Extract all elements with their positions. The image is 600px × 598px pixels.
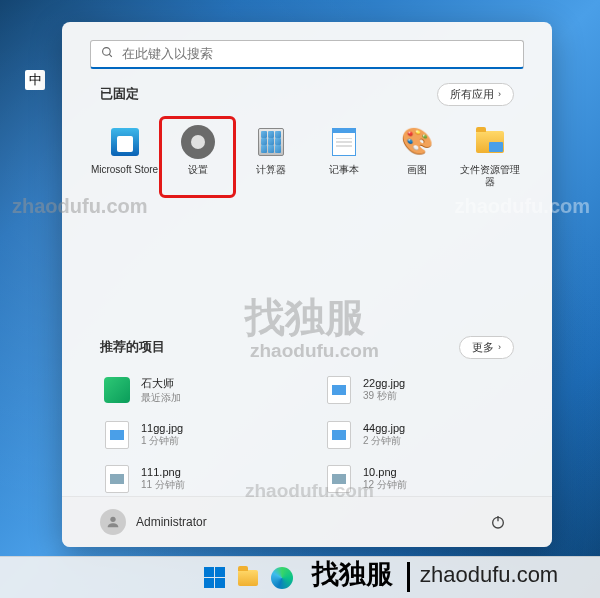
rec-sub: 最近添加 [141, 391, 181, 405]
rec-name: 22gg.jpg [363, 377, 405, 389]
rec-name: 11gg.jpg [141, 422, 183, 434]
edge-icon [271, 567, 293, 589]
chevron-right-icon: › [498, 342, 501, 352]
image-file-icon [103, 421, 131, 449]
power-button[interactable] [482, 506, 514, 538]
app-icon [103, 376, 131, 404]
svg-line-1 [109, 54, 112, 57]
pinned-item-store[interactable]: Microsoft Store [88, 118, 161, 196]
rec-name: 111.png [141, 466, 185, 478]
rec-sub: 11 分钟前 [141, 478, 185, 492]
pinned-label: 设置 [188, 164, 208, 176]
recommended-item[interactable]: 22gg.jpg 39 秒前 [322, 373, 514, 408]
power-icon [490, 514, 506, 530]
watermark: zhaodufu.com [12, 195, 148, 218]
rec-sub: 39 秒前 [363, 389, 405, 403]
svg-point-0 [103, 47, 111, 55]
rec-name: 10.png [363, 466, 407, 478]
windows-logo-icon [204, 567, 225, 588]
calculator-icon [255, 126, 287, 158]
taskbar-start-button[interactable] [200, 564, 228, 592]
recommended-grid: 石大师 最近添加 22gg.jpg 39 秒前 11gg.jpg 1 分钟前 [100, 373, 514, 496]
rec-name: 石大师 [141, 376, 181, 391]
image-file-icon [325, 376, 353, 404]
search-box[interactable] [90, 40, 524, 69]
all-apps-label: 所有应用 [450, 87, 494, 102]
pinned-label: 画图 [407, 164, 427, 176]
ime-indicator[interactable]: 中 [25, 70, 45, 90]
chevron-right-icon: › [498, 89, 501, 99]
pinned-header: 已固定 所有应用 › [62, 83, 552, 106]
pinned-grid: Microsoft Store 设置 计算器 记事本 🎨 画图 [62, 118, 552, 196]
search-input[interactable] [122, 46, 513, 61]
rec-sub: 1 分钟前 [141, 434, 183, 448]
more-button[interactable]: 更多 › [459, 336, 514, 359]
taskbar-explorer[interactable] [234, 564, 262, 592]
pinned-item-calculator[interactable]: 计算器 [234, 118, 307, 196]
notepad-icon [328, 126, 360, 158]
watermark: zhaodufu.com [454, 195, 590, 218]
pinned-item-notepad[interactable]: 记事本 [307, 118, 380, 196]
user-bar: Administrator [62, 496, 552, 547]
pinned-item-settings[interactable]: 设置 [161, 118, 234, 196]
watermark: 找独服 [312, 556, 393, 592]
settings-icon [182, 126, 214, 158]
recommended-item[interactable]: 44gg.jpg 2 分钟前 [322, 418, 514, 452]
rec-sub: 2 分钟前 [363, 434, 405, 448]
folder-icon [238, 570, 258, 586]
username: Administrator [136, 515, 207, 529]
image-file-icon [325, 421, 353, 449]
svg-point-2 [110, 516, 115, 521]
pinned-title: 已固定 [100, 85, 139, 103]
rec-name: 44gg.jpg [363, 422, 405, 434]
watermark: zhaodufu.com [245, 480, 374, 502]
pinned-item-explorer[interactable]: 文件资源管理器 [453, 118, 526, 196]
pinned-label: 记事本 [329, 164, 359, 176]
taskbar-edge[interactable] [268, 564, 296, 592]
more-label: 更多 [472, 340, 494, 355]
pinned-label: 文件资源管理器 [455, 164, 524, 188]
all-apps-button[interactable]: 所有应用 › [437, 83, 514, 106]
pinned-label: 计算器 [256, 164, 286, 176]
image-file-icon [103, 465, 131, 493]
start-menu: 已固定 所有应用 › Microsoft Store 设置 计算器 [62, 22, 552, 547]
recommended-title: 推荐的项目 [100, 338, 165, 356]
store-icon [109, 126, 141, 158]
recommended-item[interactable]: 石大师 最近添加 [100, 373, 292, 408]
folder-icon [474, 126, 506, 158]
avatar-icon [100, 509, 126, 535]
watermark [407, 562, 410, 592]
search-icon [101, 46, 114, 62]
watermark: zhaodufu.com [250, 340, 379, 362]
user-account-button[interactable]: Administrator [100, 509, 207, 535]
watermark: 找独服 [245, 290, 365, 345]
watermark: zhaodufu.com [420, 562, 558, 588]
recommended-item[interactable]: 11gg.jpg 1 分钟前 [100, 418, 292, 452]
paint-icon: 🎨 [401, 126, 433, 158]
pinned-label: Microsoft Store [91, 164, 158, 176]
pinned-item-paint[interactable]: 🎨 画图 [380, 118, 453, 196]
